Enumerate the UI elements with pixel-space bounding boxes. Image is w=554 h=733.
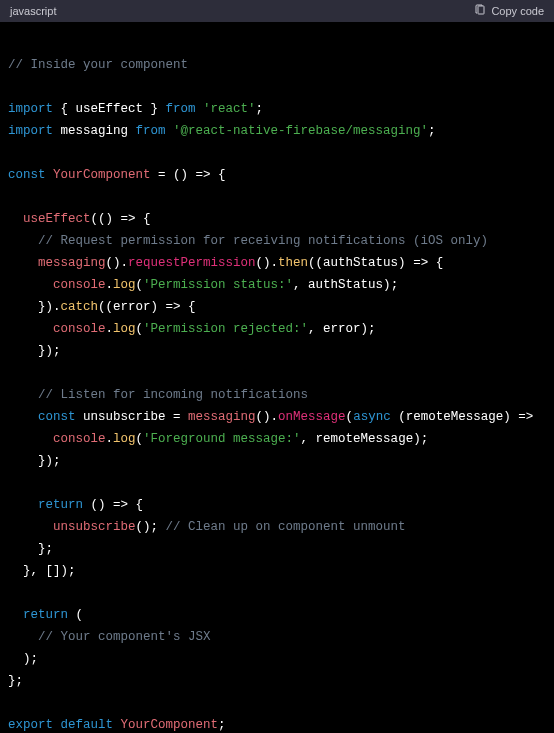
t: YourComponent	[53, 168, 151, 182]
t: (() => {	[91, 212, 151, 226]
t: log	[113, 278, 136, 292]
t	[8, 212, 23, 226]
t	[8, 432, 53, 446]
t: });	[8, 344, 61, 358]
t	[8, 520, 53, 534]
t: ;	[428, 124, 436, 138]
t: 'Permission status:'	[143, 278, 293, 292]
t: import	[8, 102, 53, 116]
t: useEffect	[23, 212, 91, 226]
t: ().	[256, 410, 279, 424]
t: YourComponent	[121, 718, 219, 732]
t: messaging	[188, 410, 256, 424]
t: async	[353, 410, 391, 424]
t: then	[278, 256, 308, 270]
t: }).	[8, 300, 61, 314]
t: (	[136, 432, 144, 446]
t: default	[61, 718, 114, 732]
t: .	[106, 278, 114, 292]
t: (remoteMessage) =>	[391, 410, 534, 424]
t: 'Foreground message:'	[143, 432, 301, 446]
t: 'Permission rejected:'	[143, 322, 308, 336]
t: ().	[256, 256, 279, 270]
t: }, []);	[8, 564, 76, 578]
t: requestPermission	[128, 256, 256, 270]
svg-rect-0	[478, 6, 484, 14]
t: '@react-native-firebase/messaging'	[173, 124, 428, 138]
copy-code-label: Copy code	[491, 5, 544, 17]
t: , remoteMessage);	[301, 432, 429, 446]
t	[196, 102, 204, 116]
t: from	[136, 124, 166, 138]
t: };	[8, 674, 23, 688]
t: unsubscribe =	[76, 410, 189, 424]
t: const	[8, 168, 46, 182]
t: (	[68, 608, 83, 622]
t	[8, 278, 53, 292]
t: catch	[61, 300, 99, 314]
t: };	[8, 542, 53, 556]
t: (	[346, 410, 354, 424]
t	[166, 124, 174, 138]
t: messaging	[38, 256, 106, 270]
t	[53, 718, 61, 732]
t: (	[136, 278, 144, 292]
t: (	[136, 322, 144, 336]
t: log	[113, 432, 136, 446]
t: ().	[106, 256, 129, 270]
t: console	[53, 322, 106, 336]
t: , error);	[308, 322, 376, 336]
t: .	[106, 432, 114, 446]
t: messaging	[53, 124, 136, 138]
t: 'react'	[203, 102, 256, 116]
t: export	[8, 718, 53, 732]
t	[8, 498, 38, 512]
t	[113, 718, 121, 732]
t: console	[53, 432, 106, 446]
t: ;	[256, 102, 264, 116]
t: log	[113, 322, 136, 336]
t: console	[53, 278, 106, 292]
t: const	[38, 410, 76, 424]
t: });	[8, 454, 61, 468]
t: ((authStatus) => {	[308, 256, 443, 270]
t: .	[106, 322, 114, 336]
t: unsubscribe	[53, 520, 136, 534]
copy-code-button[interactable]: Copy code	[474, 4, 544, 18]
code-block: // Inside your component import { useEff…	[0, 22, 554, 733]
code-comment: // Clean up on component unmount	[166, 520, 406, 534]
t: { useEffect }	[53, 102, 166, 116]
t	[8, 322, 53, 336]
t	[8, 608, 23, 622]
t: ((error) => {	[98, 300, 196, 314]
code-comment: // Inside your component	[8, 58, 188, 72]
t: () => {	[83, 498, 143, 512]
t	[8, 410, 38, 424]
t: );	[8, 652, 38, 666]
t: onMessage	[278, 410, 346, 424]
t: = () => {	[151, 168, 226, 182]
code-comment: // Listen for incoming notifications	[8, 388, 308, 402]
t: return	[23, 608, 68, 622]
t: ;	[218, 718, 226, 732]
t	[8, 256, 38, 270]
t: , authStatus);	[293, 278, 398, 292]
code-comment: // Request permission for receiving noti…	[8, 234, 488, 248]
t: ();	[136, 520, 166, 534]
code-comment: // Your component's JSX	[8, 630, 211, 644]
t: import	[8, 124, 53, 138]
t: return	[38, 498, 83, 512]
t: from	[166, 102, 196, 116]
language-label: javascript	[10, 5, 56, 17]
t	[46, 168, 54, 182]
code-header: javascript Copy code	[0, 0, 554, 22]
clipboard-icon	[474, 4, 486, 18]
